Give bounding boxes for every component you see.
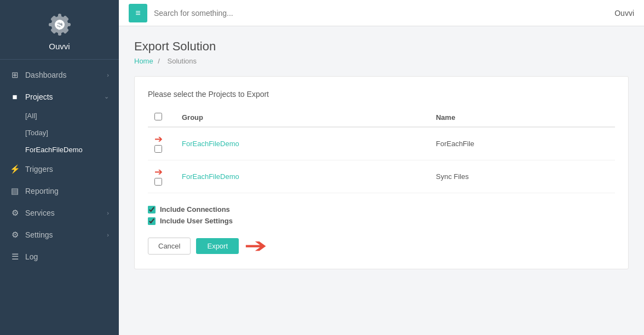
- breadcrumb-home[interactable]: Home: [134, 57, 153, 65]
- cancel-button[interactable]: Cancel: [148, 238, 191, 255]
- sidebar-item-label: Services: [25, 209, 107, 217]
- services-icon: ⚙: [10, 208, 20, 218]
- row-checkbox[interactable]: [154, 145, 162, 153]
- include-connections-checkbox[interactable]: [148, 206, 156, 213]
- sidebar-item-projects[interactable]: ■ Projects ⌄: [0, 86, 119, 107]
- sidebar-sub-item-foreachfiledemo[interactable]: ForEachFileDemo: [0, 141, 119, 158]
- breadcrumb: Home / Solutions: [134, 57, 629, 65]
- group-link[interactable]: ForEachFileDemo: [182, 172, 239, 181]
- export-options: Include Connections Include User Setting…: [148, 205, 615, 225]
- table-header-group: Group: [175, 108, 429, 127]
- select-all-checkbox[interactable]: [154, 113, 162, 120]
- option-include-connections: Include Connections: [148, 205, 615, 213]
- export-card: Please select the Projects to Export Gro…: [134, 76, 629, 269]
- export-table: Group Name ➔ ForEachFileDemo ForEachFile: [148, 108, 615, 193]
- table-cell-name: ForEachFile: [429, 127, 615, 160]
- sidebar-nav: ⊞ Dashboards › ■ Projects ⌄ [All] [Today…: [0, 60, 119, 335]
- include-user-settings-checkbox[interactable]: [148, 217, 156, 225]
- table-header-check: [148, 108, 175, 127]
- logo-icon: $: [46, 11, 73, 38]
- export-instruction: Please select the Projects to Export: [148, 90, 615, 99]
- chevron-icon: ›: [107, 72, 109, 78]
- export-actions: Cancel Export ➔: [148, 236, 615, 256]
- table-row: ➔ ForEachFileDemo Sync Files: [148, 160, 615, 193]
- brand-name: Ouvvi: [49, 42, 70, 51]
- sidebar-item-dashboards[interactable]: ⊞ Dashboards ›: [0, 64, 119, 86]
- reporting-icon: ▤: [10, 186, 20, 196]
- log-icon: ☰: [10, 252, 20, 262]
- table-cell-group: ForEachFileDemo: [175, 160, 429, 193]
- export-arrow-icon: ➔: [244, 236, 267, 256]
- include-connections-label[interactable]: Include Connections: [160, 205, 230, 213]
- svg-text:$: $: [56, 19, 62, 31]
- table-cell-check: ➔: [148, 160, 175, 193]
- hamburger-icon: ≡: [135, 8, 140, 18]
- sidebar-logo: $ Ouvvi: [0, 0, 119, 60]
- sidebar-item-services[interactable]: ⚙ Services ›: [0, 202, 119, 224]
- option-include-user-settings: Include User Settings: [148, 217, 615, 225]
- sub-item-label: [All]: [25, 112, 37, 120]
- search-input[interactable]: [154, 9, 614, 18]
- sidebar-item-label: Triggers: [25, 165, 109, 174]
- include-user-settings-label[interactable]: Include User Settings: [160, 217, 233, 225]
- chevron-down-icon: ⌄: [104, 93, 109, 100]
- sub-item-label: [Today]: [25, 129, 48, 137]
- topbar: ≡ Ouvvi: [119, 0, 644, 26]
- row-arrow-icon: ➔: [154, 133, 163, 145]
- sidebar: $ Ouvvi ⊞ Dashboards › ■ Projects ⌄ [All…: [0, 0, 119, 335]
- chevron-icon: ›: [107, 232, 109, 238]
- breadcrumb-current: Solutions: [168, 57, 197, 65]
- sidebar-item-triggers[interactable]: ⚡ Triggers: [0, 158, 119, 180]
- sidebar-item-label: Reporting: [25, 187, 109, 195]
- table-cell-check: ➔: [148, 127, 175, 160]
- settings-icon: ⚙: [10, 230, 20, 240]
- table-cell-group: ForEachFileDemo: [175, 127, 429, 160]
- sidebar-item-settings[interactable]: ⚙ Settings ›: [0, 224, 119, 246]
- chevron-icon: ›: [107, 210, 109, 216]
- sidebar-item-reporting[interactable]: ▤ Reporting: [0, 180, 119, 202]
- dashboards-icon: ⊞: [10, 70, 20, 80]
- sidebar-item-label: Dashboards: [25, 71, 107, 79]
- topbar-user: Ouvvi: [614, 9, 634, 18]
- row-arrow-icon: ➔: [154, 166, 163, 178]
- breadcrumb-sep: /: [158, 57, 160, 65]
- sidebar-sub-item-all[interactable]: [All]: [0, 107, 119, 124]
- group-link[interactable]: ForEachFileDemo: [182, 140, 239, 148]
- sidebar-sub-item-today[interactable]: [Today]: [0, 124, 119, 141]
- main-content: ≡ Ouvvi Export Solution Home / Solutions…: [119, 0, 644, 335]
- table-header-name: Name: [429, 108, 615, 127]
- sub-item-label: ForEachFileDemo: [25, 146, 83, 154]
- menu-button[interactable]: ≡: [129, 4, 147, 22]
- table-row: ➔ ForEachFileDemo ForEachFile: [148, 127, 615, 160]
- triggers-icon: ⚡: [10, 164, 20, 174]
- page-title: Export Solution: [134, 39, 629, 54]
- row-checkbox[interactable]: [154, 178, 162, 186]
- content-area: Export Solution Home / Solutions Please …: [119, 26, 644, 335]
- sidebar-item-label: Settings: [25, 230, 107, 239]
- sidebar-item-log[interactable]: ☰ Log: [0, 246, 119, 268]
- table-cell-name: Sync Files: [429, 160, 615, 193]
- sidebar-item-label: Projects: [25, 93, 104, 101]
- projects-icon: ■: [10, 92, 20, 101]
- export-button[interactable]: Export: [196, 238, 239, 254]
- sidebar-item-label: Log: [25, 252, 109, 261]
